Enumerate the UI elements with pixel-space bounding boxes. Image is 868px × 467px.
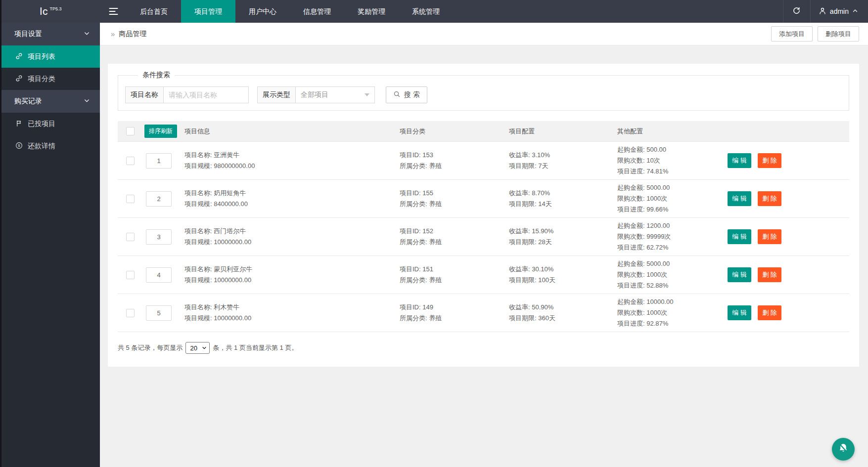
sort-refresh-button[interactable]: 排序刷新: [144, 125, 177, 138]
search-panel-legend: 条件搜索: [138, 71, 175, 80]
project-id: 项目ID: 149: [400, 302, 509, 313]
yield-rate: 收益率: 3.10%: [509, 150, 617, 161]
tab-system-management[interactable]: 系统管理: [399, 0, 453, 23]
purchase-limit: 限购次数: 1000次: [617, 269, 728, 280]
header-other-config: 其他配置: [617, 127, 728, 136]
project-term: 项目期限: 100天: [509, 275, 617, 286]
svg-text:$: $: [18, 143, 20, 148]
tab-info-management[interactable]: 信息管理: [290, 0, 344, 23]
table-row: 项目名称: 亚洲黄牛 项目规模: 980000000.00 项目ID: 153 …: [118, 142, 849, 180]
table-header: 排序刷新 项目信息 项目分类 项目配置 其他配置: [118, 121, 849, 142]
sort-input[interactable]: [146, 267, 172, 283]
project-class: 所属分类: 养殖: [400, 275, 509, 286]
caret-down-icon: [365, 93, 369, 96]
user-icon: [819, 7, 826, 16]
select-all-checkbox[interactable]: [126, 127, 135, 135]
project-scale: 项目规模: 8400000.00: [184, 199, 400, 210]
sidebar-item-project-category[interactable]: 项目分类: [1, 68, 100, 90]
row-checkbox[interactable]: [126, 157, 135, 165]
add-project-button[interactable]: 添加项目: [771, 26, 813, 42]
sidebar-item-label: 项目分类: [28, 75, 55, 84]
edit-button[interactable]: 编 辑: [728, 267, 751, 282]
project-progress: 项目进度: 92.87%: [617, 318, 728, 329]
topbar: 后台首页 项目管理 用户中心 信息管理 奖励管理 系统管理 admin: [100, 0, 868, 23]
row-checkbox[interactable]: [126, 195, 135, 203]
delete-button[interactable]: 删 除: [758, 153, 781, 168]
chevron-down-icon: [84, 97, 90, 105]
tab-reward-management[interactable]: 奖励管理: [344, 0, 399, 23]
project-progress: 项目进度: 62.72%: [617, 242, 728, 253]
top-navigation: 后台首页 项目管理 用户中心 信息管理 奖励管理 系统管理: [127, 0, 453, 23]
row-checkbox[interactable]: [126, 233, 135, 241]
yield-rate: 收益率: 15.90%: [509, 226, 617, 237]
row-checkbox[interactable]: [126, 271, 135, 279]
project-id: 项目ID: 151: [400, 264, 509, 275]
delete-project-button[interactable]: 删除项目: [818, 26, 859, 42]
edit-button[interactable]: 编 辑: [728, 153, 751, 168]
project-name: 项目名称: 西门塔尔牛: [184, 226, 400, 237]
header-project-config: 项目配置: [509, 127, 617, 136]
main-area: 后台首页 项目管理 用户中心 信息管理 奖励管理 系统管理 admin: [100, 0, 868, 467]
sidebar-item-invested-projects[interactable]: 已投项目: [1, 113, 100, 135]
search-icon: [393, 90, 401, 99]
sort-input[interactable]: [146, 305, 172, 321]
pagination-prefix: 共 5 条记录，每页显示: [118, 343, 183, 352]
sidebar-item-repayment-details[interactable]: $ 还款详情: [1, 135, 100, 157]
project-progress: 项目进度: 99.66%: [617, 204, 728, 215]
sidebar-menu: 项目设置 项目列表 项目分类 购买记录: [1, 23, 100, 157]
purchase-limit: 限购次数: 99999次: [617, 231, 728, 242]
search-button-label: 搜 索: [404, 90, 420, 99]
project-scale: 项目规模: 980000000.00: [184, 161, 400, 171]
sidebar-item-label: 还款详情: [28, 142, 55, 151]
edit-button[interactable]: 编 辑: [728, 229, 751, 244]
menu-toggle-icon[interactable]: [100, 0, 127, 23]
table-row: 项目名称: 奶用短角牛 项目规模: 8400000.00 项目ID: 155 所…: [118, 180, 849, 218]
project-name: 项目名称: 奶用短角牛: [184, 188, 400, 199]
content-card: 条件搜索 项目名称 展示类型 全部项目: [108, 64, 859, 367]
topbar-right: admin: [783, 0, 868, 23]
project-term: 项目期限: 360天: [509, 313, 617, 324]
user-menu[interactable]: admin: [811, 0, 868, 23]
delete-button[interactable]: 删 除: [758, 229, 781, 244]
header-project-category: 项目分类: [400, 127, 509, 136]
page-title: 商品管理: [119, 30, 146, 39]
page-size-select[interactable]: 20: [185, 342, 210, 354]
project-id: 项目ID: 152: [400, 226, 509, 237]
min-purchase: 起购金额: 5000.00: [617, 182, 728, 193]
sort-input[interactable]: [146, 191, 172, 207]
edit-button[interactable]: 编 辑: [728, 191, 751, 206]
header-project-info: 项目信息: [184, 127, 400, 136]
sidebar-group-purchase-records[interactable]: 购买记录: [1, 90, 100, 113]
tab-dashboard[interactable]: 后台首页: [127, 0, 181, 23]
breadcrumb-bar: » 商品管理 添加项目 删除项目: [100, 23, 868, 45]
display-type-value: 全部项目: [301, 90, 328, 99]
min-purchase: 起购金额: 500.00: [617, 144, 728, 155]
refresh-icon: [792, 6, 801, 17]
search-button[interactable]: 搜 索: [386, 86, 427, 103]
edit-button[interactable]: 编 辑: [728, 305, 751, 320]
sort-input[interactable]: [146, 153, 172, 169]
purchase-limit: 限购次数: 10次: [617, 155, 728, 166]
money-icon: $: [15, 142, 23, 151]
breadcrumb-separator-icon: »: [111, 30, 115, 38]
delete-button[interactable]: 删 除: [758, 305, 781, 320]
delete-button[interactable]: 删 除: [758, 267, 781, 282]
project-class: 所属分类: 养殖: [400, 237, 509, 248]
sidebar-group-label: 购买记录: [14, 97, 42, 106]
sidebar-group-project-settings[interactable]: 项目设置: [1, 23, 100, 45]
notification-mute-button[interactable]: [832, 438, 855, 461]
delete-button[interactable]: 删 除: [758, 191, 781, 206]
tab-project-management[interactable]: 项目管理: [181, 0, 235, 23]
refresh-button[interactable]: [783, 0, 810, 23]
min-purchase: 起购金额: 10000.00: [617, 297, 728, 307]
project-id: 项目ID: 155: [400, 188, 509, 199]
row-checkbox[interactable]: [126, 309, 135, 317]
project-name: 项目名称: 利木赞牛: [184, 302, 400, 313]
chevron-down-icon: [84, 30, 90, 38]
logo-text: lc: [40, 5, 48, 17]
project-name-input[interactable]: [164, 86, 249, 103]
display-type-select[interactable]: 全部项目: [296, 86, 375, 103]
sidebar-item-project-list[interactable]: 项目列表: [1, 45, 100, 68]
tab-user-center[interactable]: 用户中心: [235, 0, 290, 23]
sort-input[interactable]: [146, 229, 172, 245]
